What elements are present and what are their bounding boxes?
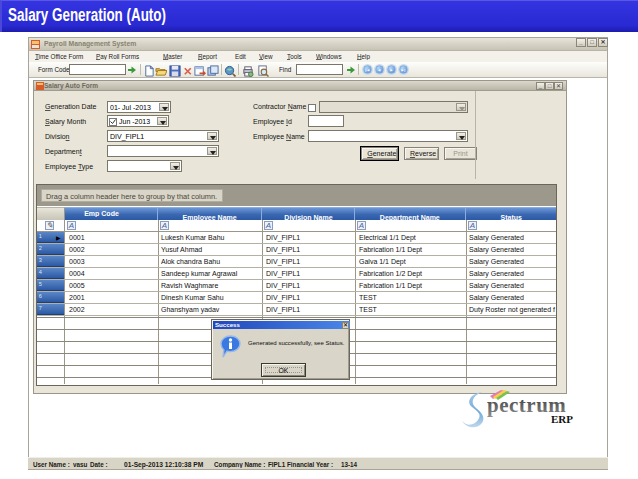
svg-text:ERP: ERP	[551, 413, 573, 425]
